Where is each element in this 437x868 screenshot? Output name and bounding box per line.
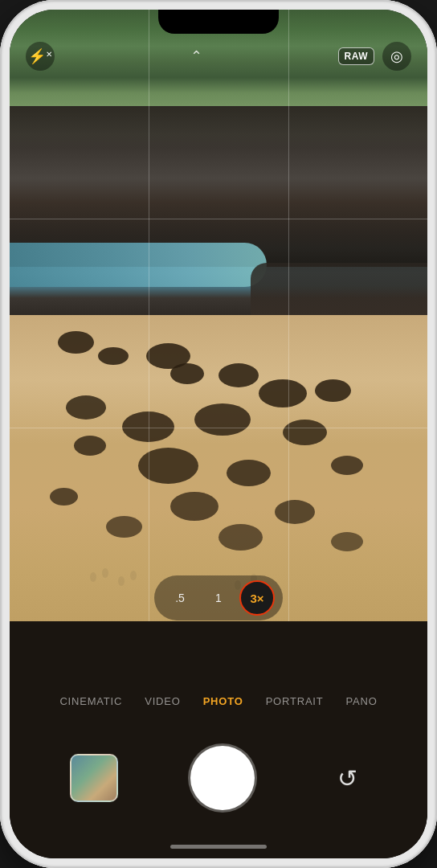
photo-thumbnail[interactable] [70, 754, 118, 802]
mode-pano[interactable]: PANO [346, 695, 378, 707]
flash-button[interactable]: ⚡✕ [26, 42, 55, 71]
zoom-half-button[interactable]: .5 [162, 580, 198, 616]
mode-photo[interactable]: PHOTO [203, 695, 243, 707]
arrow-up-button[interactable]: ⌃ [190, 47, 202, 65]
zoom-half-label: .5 [175, 592, 185, 604]
raw-badge[interactable]: RAW [338, 47, 375, 65]
notch [158, 10, 279, 34]
mode-portrait-label: PORTRAIT [266, 695, 324, 707]
zoom-controls: .5 1 3× [154, 575, 283, 620]
mode-photo-label: PHOTO [203, 695, 243, 707]
mode-video-label: VIDEO [145, 695, 180, 707]
shutter-button[interactable] [190, 746, 255, 810]
camera-preview [10, 10, 427, 637]
mode-selector: CINEMATIC VIDEO PHOTO PORTRAIT PANO [10, 695, 427, 707]
mode-cinematic-label: CINEMATIC [59, 695, 122, 707]
flip-camera-button[interactable]: ↺ [327, 758, 367, 798]
home-indicator [170, 845, 267, 849]
raw-label: RAW [345, 51, 369, 62]
phone-screen: ⚡✕ ⌃ RAW ◎ .5 [10, 10, 427, 858]
live-photo-icon: ◎ [390, 47, 403, 65]
flash-icon: ⚡✕ [28, 47, 52, 65]
flip-camera-icon: ↺ [337, 764, 357, 792]
mode-cinematic[interactable]: CINEMATIC [59, 695, 122, 707]
zoom-1x-label: 1 [215, 592, 222, 604]
camera-bottom-area: CINEMATIC VIDEO PHOTO PORTRAIT PANO [10, 621, 427, 858]
live-photo-button[interactable]: ◎ [382, 42, 411, 71]
arrow-up-icon: ⌃ [190, 48, 202, 64]
camera-controls-row: ↺ [10, 746, 427, 810]
zoom-3x-button[interactable]: 3× [239, 580, 275, 616]
zoom-3x-label: 3× [250, 592, 263, 605]
mode-portrait[interactable]: PORTRAIT [266, 695, 324, 707]
mode-video[interactable]: VIDEO [145, 695, 180, 707]
mode-pano-label: PANO [346, 695, 378, 707]
camera-viewfinder: ⚡✕ ⌃ RAW ◎ .5 [10, 10, 427, 637]
top-camera-controls: ⚡✕ ⌃ RAW ◎ [10, 42, 427, 71]
zoom-1x-button[interactable]: 1 [201, 580, 236, 616]
phone-frame: ⚡✕ ⌃ RAW ◎ .5 [0, 0, 437, 868]
